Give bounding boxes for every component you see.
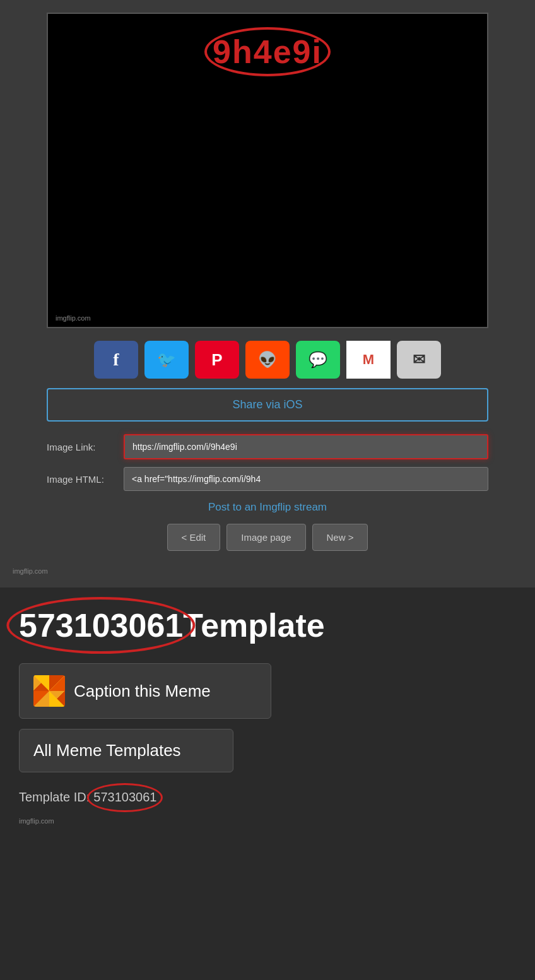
page-title-label: Template — [183, 606, 324, 644]
svg-marker-1 — [49, 675, 65, 691]
all-templates-label: All Meme Templates — [33, 741, 181, 760]
image-link-input[interactable] — [124, 434, 488, 459]
image-link-label: Image Link: — [47, 442, 116, 452]
svg-marker-0 — [33, 675, 49, 691]
svg-marker-2 — [49, 691, 65, 707]
caption-meme-label: Caption this Meme — [74, 682, 211, 701]
email-button[interactable]: ✉ — [397, 341, 441, 379]
image-link-row: Image Link: — [47, 434, 488, 459]
page-title-number-container: 573103061 — [19, 606, 183, 644]
page-title-number: 573103061 — [19, 607, 183, 644]
all-templates-button[interactable]: All Meme Templates — [19, 729, 233, 772]
caption-icon — [33, 675, 65, 707]
image-html-label: Image HTML: — [47, 474, 116, 485]
template-id-number-container: 573103061 — [93, 790, 156, 805]
action-buttons: < Edit Image page New > — [47, 524, 488, 551]
edit-button[interactable]: < Edit — [167, 524, 221, 551]
bottom-section: 573103061 Template Caption this Meme All… — [0, 587, 535, 850]
gmail-button[interactable]: M — [346, 341, 391, 379]
reddit-button[interactable]: 👽 — [245, 341, 290, 379]
svg-marker-3 — [33, 691, 49, 707]
page-title-row: 573103061 Template — [19, 606, 516, 644]
pinterest-button[interactable]: P — [195, 341, 239, 379]
whatsapp-icon: 💬 — [309, 351, 327, 369]
image-page-button[interactable]: Image page — [226, 524, 305, 551]
reddit-icon: 👽 — [258, 351, 277, 369]
template-id-label: Template ID: — [19, 790, 90, 805]
share-section: f 🐦 P 👽 💬 M ✉ Share via iOS — [47, 328, 488, 564]
meme-title-overlay: 9h4e9i — [213, 33, 322, 71]
facebook-button[interactable]: f — [94, 341, 138, 379]
twitter-icon: 🐦 — [157, 351, 176, 369]
top-section: 9h4e9i imgflip.com f 🐦 P 👽 💬 M — [0, 0, 535, 587]
image-html-row: Image HTML: — [47, 467, 488, 491]
social-buttons: f 🐦 P 👽 💬 M ✉ — [47, 341, 488, 379]
template-id-row: Template ID: 573103061 — [19, 790, 516, 805]
gmail-icon: M — [346, 341, 391, 379]
new-button[interactable]: New > — [312, 524, 368, 551]
post-stream-link[interactable]: Post to an Imgflip stream — [47, 501, 488, 514]
twitter-button[interactable]: 🐦 — [144, 341, 189, 379]
meme-image-container: 9h4e9i imgflip.com — [47, 13, 488, 328]
imgflip-watermark: imgflip.com — [56, 314, 91, 322]
facebook-icon: f — [113, 350, 119, 370]
email-icon: ✉ — [413, 351, 425, 369]
pinwheel-icon — [33, 675, 65, 707]
meme-title: 9h4e9i — [213, 33, 322, 70]
whatsapp-button[interactable]: 💬 — [296, 341, 340, 379]
caption-meme-button[interactable]: Caption this Meme — [19, 663, 271, 719]
ios-share-button[interactable]: Share via iOS — [47, 388, 488, 422]
image-html-input[interactable] — [124, 467, 488, 491]
pinterest-icon: P — [211, 350, 222, 370]
template-id-value: 573103061 — [93, 790, 156, 804]
bottom-watermark: imgflip.com — [19, 817, 516, 825]
top-watermark: imgflip.com — [13, 564, 522, 575]
